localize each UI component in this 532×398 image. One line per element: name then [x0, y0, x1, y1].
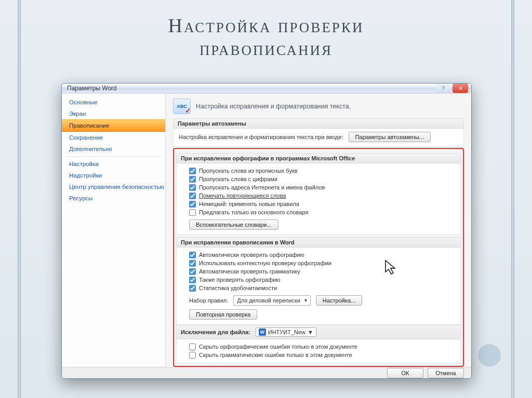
- word-options-dialog: Параметры Word ? ✕ Основные Экран Правоп…: [61, 83, 472, 379]
- sidebar-item-customize[interactable]: Настройка: [62, 158, 165, 170]
- sidebar-item-general[interactable]: Основные: [62, 97, 165, 108]
- chk-hide-grammar-label: Скрыть грамматические ошибки только в эт…: [199, 352, 352, 358]
- autocorrect-desc: Настройка исправления и форматирования т…: [179, 134, 343, 140]
- chk-readability[interactable]: [189, 285, 196, 292]
- sidebar-item-trust[interactable]: Центр управления безопасностью: [62, 181, 165, 193]
- chk-auto-spell-label: Автоматически проверять орфографию: [199, 252, 304, 258]
- sidebar-item-resources[interactable]: Ресурсы: [62, 193, 165, 204]
- chk-auto-spell[interactable]: [189, 252, 196, 258]
- slide-title: Настройка проверки правописания: [0, 0, 532, 71]
- chk-auto-grammar[interactable]: [189, 268, 196, 275]
- chk-readability-label: Статистика удобочитаемости: [199, 285, 277, 291]
- chk-repeated[interactable]: [189, 193, 196, 199]
- chk-context-spell[interactable]: [189, 260, 196, 267]
- chk-internet[interactable]: [189, 184, 196, 191]
- ruleset-dropdown[interactable]: Для деловой переписки ▼: [233, 295, 311, 306]
- exclusions-file-dropdown[interactable]: W ИНТУИТ_New ▼: [256, 327, 316, 337]
- chk-uppercase[interactable]: [189, 168, 196, 174]
- chk-uppercase-label: Пропускать слова из прописных букв: [199, 168, 298, 174]
- sidebar-item-save[interactable]: Сохранение: [62, 132, 165, 143]
- chk-numbers[interactable]: [189, 176, 196, 183]
- chk-also-spell[interactable]: [189, 277, 196, 283]
- window-title: Параметры Word: [67, 85, 117, 92]
- chk-also-spell-label: Также проверять орфографию: [199, 277, 281, 283]
- exclusions-label: Исключения для файла:: [181, 329, 250, 335]
- chk-internet-label: Пропускать адреса Интернета и имена файл…: [199, 184, 325, 190]
- titlebar: Параметры Word ? ✕: [62, 84, 471, 93]
- recheck-button[interactable]: Повторная проверка: [189, 309, 257, 320]
- main-header-text: Настройка исправления и форматирования т…: [196, 103, 351, 110]
- dialog-footer: ОК Отмена: [62, 367, 471, 378]
- section-word-title: При исправлении правописания в Word: [176, 237, 461, 248]
- chk-context-spell-label: Использовать контекстную проверку орфогр…: [199, 260, 331, 266]
- sidebar: Основные Экран Правописание Сохранение Д…: [62, 93, 166, 367]
- chevron-down-icon: ▼: [308, 329, 313, 335]
- section-office-title: При исправлении орфографии в программах …: [176, 153, 461, 163]
- sidebar-item-advanced[interactable]: Дополнительно: [62, 143, 165, 155]
- chk-numbers-label: Пропускать слова с цифрами: [199, 176, 277, 182]
- ruleset-label: Набор правил:: [189, 297, 228, 304]
- close-button[interactable]: ✕: [453, 84, 468, 93]
- chk-maindict-label: Предлагать только из основного словаря: [199, 209, 308, 215]
- chk-german-label: Немецкий: применять новые правила: [199, 201, 299, 207]
- exclusions-file-name: ИНТУИТ_New: [268, 329, 305, 335]
- custom-dictionaries-button[interactable]: Вспомогательные словари...: [189, 219, 278, 230]
- chk-hide-spell-label: Скрыть орфографические ошибки только в э…: [199, 344, 357, 350]
- decorative-circle: [478, 344, 501, 367]
- proofing-icon: ABC: [173, 99, 191, 114]
- chk-german[interactable]: [189, 201, 196, 208]
- ruleset-settings-button[interactable]: Настройка...: [316, 295, 362, 306]
- chk-hide-spell[interactable]: [189, 344, 196, 350]
- chk-hide-grammar[interactable]: [189, 352, 196, 359]
- cancel-button[interactable]: Отмена: [428, 368, 464, 378]
- sidebar-item-display[interactable]: Экран: [62, 108, 165, 119]
- ok-button[interactable]: ОК: [387, 368, 423, 378]
- main-panel: ABC Настройка исправления и форматирован…: [166, 93, 471, 367]
- ruleset-value: Для деловой переписки: [237, 297, 300, 304]
- autocorrect-options-button[interactable]: Параметры автозамены...: [349, 132, 431, 142]
- chk-auto-grammar-label: Автоматически проверять грамматику: [199, 268, 300, 275]
- section-autocorrect-title: Параметры автозамены: [173, 118, 464, 129]
- chevron-down-icon: ▼: [303, 298, 308, 303]
- chk-repeated-label: Помечать повторяющиеся слова: [199, 193, 286, 199]
- chk-maindict[interactable]: [189, 209, 196, 216]
- word-doc-icon: W: [259, 328, 266, 336]
- sidebar-item-proofing[interactable]: Правописание: [62, 119, 165, 132]
- help-button[interactable]: ?: [435, 84, 451, 93]
- sidebar-item-addins[interactable]: Надстройки: [62, 170, 165, 181]
- highlight-box: При исправлении орфографии в программах …: [173, 148, 464, 367]
